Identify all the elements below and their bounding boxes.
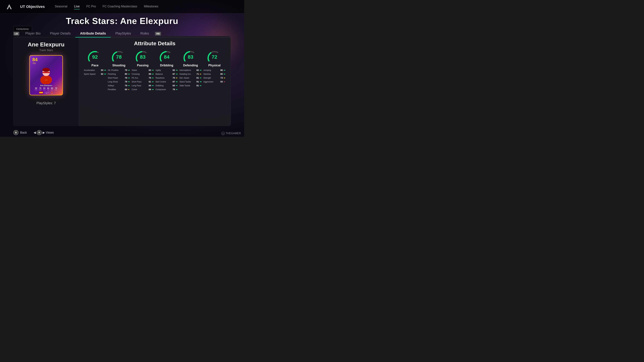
nav-items-list: Seasonal Live FC Pro FC Coaching Masterc…: [55, 4, 158, 9]
stat-bar-fill: [224, 81, 225, 82]
stat-bar-fill: [152, 70, 154, 70]
views-control[interactable]: ◀ R ▶ Views: [34, 130, 54, 135]
stat-value: 89: [147, 73, 151, 75]
stat-name: Acceleration: [84, 69, 99, 71]
nav-item-fcpro[interactable]: FC Pro: [86, 4, 96, 9]
stat-value: 84: [147, 84, 151, 87]
views-left-arrow: ◀: [34, 131, 36, 134]
card-stat-sho: 78 SHO: [39, 87, 42, 91]
stat-row: Strength 73: [204, 77, 226, 79]
league-badge: Liga F: [44, 91, 50, 94]
player-figure: —: [35, 65, 57, 84]
stat-list-shooting: Att. Position 79 Finishing 80 Shot Power…: [108, 69, 130, 92]
player-subtitle: Track Stars: [39, 49, 53, 52]
back-label: Back: [20, 131, 27, 134]
stat-bar-fill: [176, 81, 178, 82]
gauge-shooting: 78: [110, 50, 127, 62]
nav-section-title: UT Objectives: [20, 4, 45, 9]
stat-row: Short Pass 81: [132, 80, 154, 83]
stat-value: 83: [171, 84, 175, 87]
nav-item-coaching[interactable]: FC Coaching Masterclass: [103, 4, 137, 9]
stat-bar-container: [176, 85, 178, 86]
stat-bar-fill: [104, 70, 106, 70]
stat-bar-fill: [176, 74, 178, 74]
stat-value: 82: [194, 69, 199, 71]
stat-bar-container: [152, 74, 154, 74]
stat-bar-fill: [176, 70, 178, 70]
tab-roles[interactable]: Roles: [136, 30, 154, 37]
tab-rb-badge[interactable]: RB: [155, 32, 161, 35]
attr-column-physical: 72Physical Jumping 86 Stamina 80 Strengt…: [204, 50, 226, 92]
nav-item-milestones[interactable]: Milestones: [144, 4, 158, 9]
stat-bar-fill: [152, 85, 154, 86]
page-title: Track Stars: Ane Elexpuru: [0, 16, 244, 26]
svg-rect-7: [39, 92, 43, 93]
stat-name: Strength: [204, 77, 218, 79]
stat-bar-fill: [200, 78, 201, 78]
stat-row: Jumping 86: [204, 69, 226, 71]
stat-name: Crossing: [132, 73, 147, 75]
main-content: Ane Elexpuru Track Stars 84 RB —: [14, 36, 231, 126]
gauge-physical: 72: [206, 50, 223, 62]
card-stat-def: 83 DEF: [51, 87, 53, 91]
card-flags: Liga F AC: [39, 91, 53, 94]
stat-name: Finishing: [108, 73, 123, 75]
stat-row: FK Acc. 75: [132, 77, 154, 79]
attr-column-shooting: 78Shooting Att. Position 79 Finishing 80…: [108, 50, 130, 92]
gauge-pace: 92: [86, 50, 103, 62]
tab-lb-badge[interactable]: LB: [14, 32, 19, 35]
stat-bar-container: [104, 74, 106, 74]
stat-value: 60: [123, 88, 127, 91]
stat-bar-fill: [128, 89, 129, 90]
stat-value: 79: [123, 69, 127, 71]
stat-value: 87: [171, 73, 175, 75]
tab-player-bio[interactable]: Player Bio: [21, 30, 45, 37]
stat-row: Slide Tackle 81: [180, 84, 202, 87]
stat-name: Reactions: [156, 77, 171, 79]
stat-name: Agility: [156, 69, 171, 71]
tab-playstyles[interactable]: PlayStyles: [111, 30, 136, 37]
category-label-passing: Passing: [137, 64, 148, 67]
stat-bar-container: [128, 89, 130, 90]
stat-bar-fill: [176, 78, 177, 78]
stat-row: Sprint Speed 92: [84, 73, 106, 75]
stat-bar-fill: [104, 74, 106, 74]
page-title-area: Track Stars: Ane Elexpuru: [0, 16, 244, 26]
svg-marker-0: [7, 4, 12, 9]
views-right-arrow: ▶: [42, 131, 45, 134]
player-card: 84 RB — Ane Elexpuru: [29, 55, 63, 95]
category-label-shooting: Shooting: [112, 64, 126, 67]
gauge-passing: 83: [134, 50, 151, 62]
stat-value: 92: [99, 73, 103, 75]
stat-row: Stand Tackle 91: [180, 80, 202, 83]
stat-value: 92: [171, 69, 175, 71]
stat-bar-fill: [224, 74, 225, 74]
stat-name: Vision: [132, 69, 147, 71]
stat-name: Def. Aware: [180, 77, 194, 79]
stat-row: Balance 87: [156, 73, 178, 75]
card-stat-dri: 84 DRI: [47, 87, 49, 91]
bottom-navigation: B Back ◀ R ▶ Views: [14, 130, 231, 135]
stat-row: Def. Aware 81: [180, 77, 202, 79]
stat-name: Composure: [156, 88, 171, 91]
tab-attribute-details[interactable]: Attribute Details: [75, 30, 110, 37]
back-control[interactable]: B Back: [14, 130, 27, 135]
views-label: Views: [46, 131, 54, 134]
stat-row: Agility 92: [156, 69, 178, 71]
stat-value: 73: [218, 77, 223, 79]
stat-value: 75: [147, 77, 151, 79]
stat-name: Curve: [132, 88, 147, 91]
stat-value: 81: [147, 80, 151, 83]
tab-player-details[interactable]: Player Details: [45, 30, 75, 37]
stat-bar-container: [176, 89, 178, 90]
stat-bar-container: [176, 70, 178, 70]
nav-item-seasonal[interactable]: Seasonal: [55, 4, 68, 9]
stat-row: Volleys 79: [108, 84, 130, 87]
stat-name: Interceptions: [180, 69, 194, 71]
stat-value: 86: [218, 69, 223, 71]
stat-row: Vision 83: [132, 69, 154, 71]
nav-item-live[interactable]: Live: [74, 4, 80, 9]
stat-value: 80: [218, 73, 223, 75]
stat-name: Long Pass: [132, 84, 147, 87]
stat-name: Slide Tackle: [180, 84, 194, 87]
